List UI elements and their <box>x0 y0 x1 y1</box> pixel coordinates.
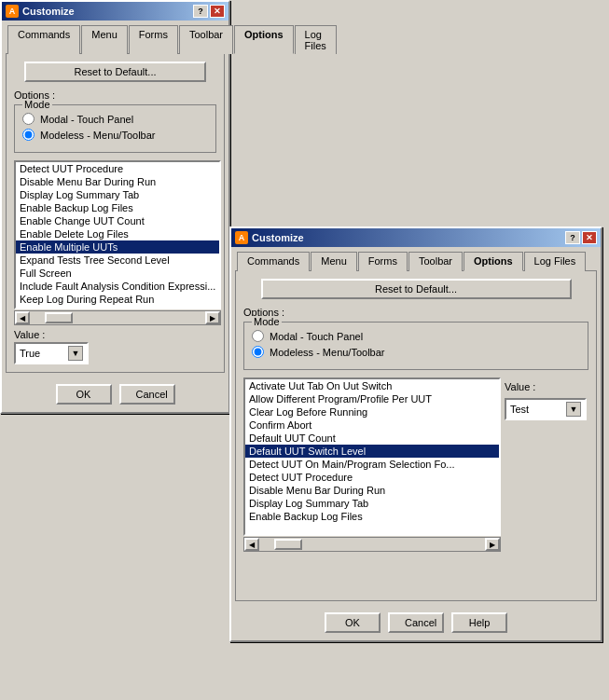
options-listbox-2[interactable]: Activate Uut Tab On Uut Switch Allow Dif… <box>243 377 501 536</box>
list-item[interactable]: Enable Delete Log Files <box>16 227 219 240</box>
tab-options-1[interactable]: Options <box>234 25 294 54</box>
list-item[interactable]: Confirm Abort <box>245 419 499 432</box>
radio-modal-row-1: Modal - Touch Panel <box>22 113 208 125</box>
list-item-selected[interactable]: Default UUT Switch Level <box>245 445 499 458</box>
help-button-2[interactable]: Help <box>451 612 507 633</box>
tab-menu-2[interactable]: Menu <box>311 252 357 271</box>
tab-forms-1[interactable]: Forms <box>129 25 178 54</box>
tab-toolbar-1[interactable]: Toolbar <box>179 25 233 54</box>
reset-default-btn-1[interactable]: Reset to Default... <box>24 62 206 82</box>
tab-logfiles-2[interactable]: Log Files <box>524 252 587 271</box>
scroll-thumb-1[interactable] <box>45 312 73 323</box>
list-item[interactable]: Disable Menu Bar During Run <box>245 484 499 497</box>
title-bar-1: A Customize ? ✕ <box>2 2 228 21</box>
scroll-left-1[interactable]: ◀ <box>15 311 30 324</box>
mode-group-1: Mode Modal - Touch Panel Modeless - Menu… <box>14 104 216 153</box>
window2-title: Customize <box>252 232 304 243</box>
tab-content-1: Reset to Default... Options : Mode Modal… <box>6 53 225 373</box>
bottom-buttons-1: OK Cancel <box>2 377 228 412</box>
list-item[interactable]: Full Screen <box>16 267 219 280</box>
radio-modal-label-1: Modal - Touch Panel <box>40 114 133 125</box>
title-bar-2: A Customize ? ✕ <box>231 228 601 247</box>
value-label-1: Value : <box>14 329 216 340</box>
scrollbar-h-1[interactable]: ◀ ▶ <box>14 310 221 325</box>
reset-default-btn-2[interactable]: Reset to Default... <box>261 279 572 299</box>
tab-commands-2[interactable]: Commands <box>237 252 310 271</box>
list-item[interactable]: Default UUT Count <box>245 432 499 445</box>
app-icon-1: A <box>6 5 19 18</box>
list-item-selected[interactable]: Enable Multiple UUTs <box>16 240 219 254</box>
tab-forms-2[interactable]: Forms <box>358 252 408 271</box>
radio-modal-row-2: Modal - Touch Panel <box>252 330 580 342</box>
app-icon-2: A <box>235 231 248 244</box>
list-item[interactable]: Expand Tests Tree Second Level <box>16 254 219 267</box>
help-btn-2[interactable]: ? <box>565 231 580 244</box>
scroll-right-1[interactable]: ▶ <box>205 311 220 324</box>
cancel-button-2[interactable]: Cancel <box>388 612 444 633</box>
scrollbar-h-2[interactable]: ◀ ▶ <box>243 537 501 552</box>
radio-modeless-label-1: Modeless - Menu/Toolbar <box>40 130 156 141</box>
cancel-button-1[interactable]: Cancel <box>119 384 175 405</box>
tab-bar-2: Commands Menu Forms Toolbar Options Log … <box>231 247 601 270</box>
mode-group-2: Mode Modal - Touch Panel Modeless - Menu… <box>243 322 588 370</box>
options-listbox-1[interactable]: Detect UUT Procedure Disable Menu Bar Du… <box>14 160 221 309</box>
list-item[interactable]: Detect UUT Procedure <box>16 162 219 175</box>
radio-modeless-2[interactable] <box>252 346 264 358</box>
options-label-2: Options : <box>243 307 588 318</box>
value-selected-2: Test <box>510 404 529 415</box>
value-selected-1: True <box>20 348 40 359</box>
bottom-buttons-2: OK Cancel Help <box>231 605 601 640</box>
tab-commands-1[interactable]: Commands <box>7 25 80 54</box>
radio-modeless-1[interactable] <box>22 129 35 141</box>
value-dropdown-1[interactable]: True ▼ <box>14 342 89 364</box>
radio-modeless-label-2: Modeless - Menu/Toolbar <box>270 347 385 358</box>
list-item[interactable]: Detect UUT On Main/Program Selection Fo.… <box>245 458 499 471</box>
window2: A Customize ? ✕ Commands Menu Forms Tool… <box>229 226 602 642</box>
radio-modal-2[interactable] <box>252 330 264 342</box>
dropdown-arrow-2[interactable]: ▼ <box>566 402 581 417</box>
list-item[interactable]: Include Fault Analysis Condition Express… <box>16 280 219 293</box>
tab-bar-1: Commands Menu Forms Toolbar Options Log … <box>2 21 228 53</box>
list-item[interactable]: Enable Backup Log Files <box>245 510 499 523</box>
close-btn-1[interactable]: ✕ <box>210 5 225 18</box>
value-dropdown-2[interactable]: Test ▼ <box>505 398 587 420</box>
value-label-2: Value : <box>505 381 588 392</box>
tab-content-2: Reset to Default... Options : Mode Modal… <box>235 270 597 601</box>
mode-title-1: Mode <box>22 99 52 110</box>
radio-modeless-row-2: Modeless - Menu/Toolbar <box>252 346 580 358</box>
radio-modeless-row-1: Modeless - Menu/Toolbar <box>22 129 208 141</box>
ok-button-2[interactable]: OK <box>325 612 381 633</box>
ok-button-1[interactable]: OK <box>56 384 112 405</box>
tab-toolbar-2[interactable]: Toolbar <box>408 252 463 271</box>
scroll-left-2[interactable]: ◀ <box>244 538 259 551</box>
list-item[interactable]: Display Log Summary Tab <box>245 497 499 510</box>
tab-options-2[interactable]: Options <box>464 252 523 271</box>
scroll-right-2[interactable]: ▶ <box>485 538 500 551</box>
mode-title-2: Mode <box>252 316 282 327</box>
list-item[interactable]: Display Log Summary Tab <box>16 188 219 201</box>
list-item[interactable]: Activate Uut Tab On Uut Switch <box>245 379 499 392</box>
list-item[interactable]: Detect UUT Procedure <box>245 471 499 484</box>
scroll-thumb-2[interactable] <box>274 539 302 550</box>
list-item[interactable]: Allow Different Program/Profile Per UUT <box>245 392 499 405</box>
list-item[interactable]: Keep Log During Repeat Run <box>16 293 219 306</box>
window1: A Customize ? ✕ Commands Menu Forms Tool… <box>0 0 230 414</box>
tab-menu-1[interactable]: Menu <box>81 25 128 54</box>
radio-modal-1[interactable] <box>22 113 35 125</box>
tab-logfiles-1[interactable]: Log Files <box>295 25 337 54</box>
window1-title: Customize <box>22 6 75 17</box>
dropdown-arrow-1[interactable]: ▼ <box>68 346 83 361</box>
radio-modal-label-2: Modal - Touch Panel <box>270 331 363 342</box>
list-item[interactable]: Clear Log Before Running <box>245 405 499 419</box>
close-btn-2[interactable]: ✕ <box>582 231 597 244</box>
list-item[interactable]: Disable Menu Bar During Run <box>16 175 219 188</box>
help-btn-1[interactable]: ? <box>193 5 208 18</box>
list-item[interactable]: Enable Backup Log Files <box>16 201 219 214</box>
list-item[interactable]: Enable Change UUT Count <box>16 214 219 227</box>
